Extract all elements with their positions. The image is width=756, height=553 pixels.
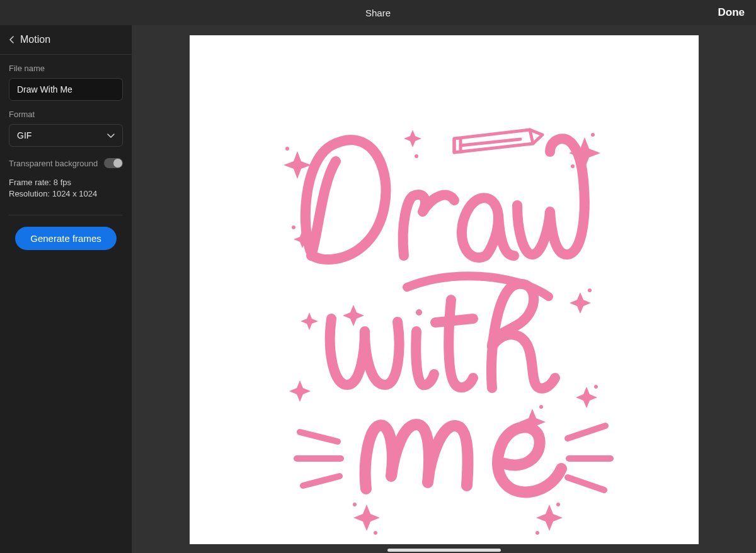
svg-point-11 [571, 164, 575, 168]
format-value: GIF [17, 130, 32, 140]
format-select[interactable]: GIF [9, 124, 123, 147]
motion-panel-back[interactable]: Motion [0, 25, 132, 55]
svg-point-1 [416, 309, 422, 316]
canvas-area [132, 25, 756, 553]
panel-title: Motion [20, 34, 50, 45]
chevron-left-icon [8, 36, 16, 43]
chevron-down-icon [107, 130, 115, 140]
svg-point-16 [374, 531, 377, 535]
svg-line-2 [300, 432, 338, 442]
svg-point-8 [285, 147, 289, 151]
svg-point-18 [556, 503, 560, 506]
format-label: Format [9, 110, 123, 119]
filename-label: File name [9, 64, 123, 73]
toggle-knob [113, 159, 122, 168]
transparent-bg-label: Transparent background [9, 159, 98, 168]
generate-frames-button[interactable]: Generate frames [15, 227, 117, 250]
svg-point-13 [588, 288, 592, 292]
top-bar: Share Done [0, 0, 756, 25]
done-button[interactable]: Done [718, 0, 745, 25]
svg-line-5 [568, 426, 605, 438]
svg-line-7 [568, 477, 604, 490]
export-meta: Frame rate: 8 fps Resolution: 1024 x 102… [0, 168, 132, 200]
svg-point-15 [539, 405, 543, 409]
svg-point-10 [591, 133, 595, 137]
svg-point-17 [353, 503, 357, 506]
divider [9, 215, 123, 215]
filename-input[interactable] [9, 78, 123, 101]
draw-with-me-artwork [190, 35, 699, 544]
home-handle [387, 549, 501, 552]
svg-point-12 [292, 225, 295, 229]
transparent-bg-toggle[interactable] [104, 158, 123, 168]
svg-point-14 [594, 385, 598, 389]
share-title: Share [365, 8, 391, 18]
settings-panel: Motion File name Format GIF Transparent … [0, 25, 132, 553]
svg-line-4 [303, 476, 340, 486]
artwork-canvas [190, 35, 699, 544]
svg-point-20 [415, 154, 418, 158]
svg-point-9 [307, 173, 311, 177]
svg-point-19 [536, 531, 539, 535]
